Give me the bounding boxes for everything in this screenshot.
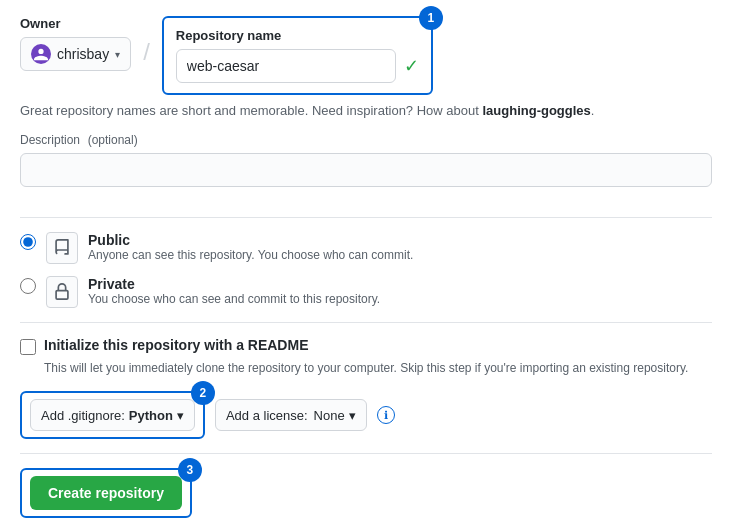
hint-suggestion: laughing-goggles bbox=[482, 103, 590, 118]
readme-checkbox[interactable] bbox=[20, 339, 36, 355]
repo-name-input-wrapper: ✓ bbox=[176, 49, 419, 83]
create-section: Create repository 3 bbox=[20, 468, 712, 518]
readme-desc: This will let you immediately clone the … bbox=[44, 359, 712, 377]
hint-text: Great repository names are short and mem… bbox=[20, 103, 712, 118]
owner-section: Owner chrisbay ▾ bbox=[20, 16, 131, 71]
gitignore-arrow-icon: ▾ bbox=[177, 408, 184, 423]
public-desc: Anyone can see this repository. You choo… bbox=[88, 248, 413, 262]
private-title: Private bbox=[88, 276, 380, 292]
description-optional: (optional) bbox=[88, 133, 138, 147]
create-btn-box: Create repository 3 bbox=[20, 468, 192, 518]
create-repository-button[interactable]: Create repository bbox=[30, 476, 182, 510]
page-container: Owner chrisbay ▾ / Repository name ✓ 1 bbox=[0, 0, 732, 530]
divider-1 bbox=[20, 217, 712, 218]
repo-name-input[interactable] bbox=[176, 49, 396, 83]
top-row: Owner chrisbay ▾ / Repository name ✓ 1 bbox=[20, 16, 712, 95]
repo-name-label: Repository name bbox=[176, 28, 419, 43]
hint-text-after: . bbox=[591, 103, 595, 118]
divider-3 bbox=[20, 453, 712, 454]
public-content: Public Anyone can see this repository. Y… bbox=[88, 232, 413, 262]
repo-name-section: Repository name ✓ 1 bbox=[162, 16, 433, 95]
private-radio[interactable] bbox=[20, 278, 36, 294]
public-radio[interactable] bbox=[20, 234, 36, 250]
license-select[interactable]: Add a license: None ▾ bbox=[215, 399, 367, 431]
hint-text-before: Great repository names are short and mem… bbox=[20, 103, 482, 118]
bottom-row: Add .gitignore: Python ▾ 2 Add a license… bbox=[20, 391, 712, 439]
repo-name-badge: 1 bbox=[419, 6, 443, 30]
description-input[interactable] bbox=[20, 153, 712, 187]
gitignore-box: Add .gitignore: Python ▾ 2 bbox=[20, 391, 205, 439]
private-desc: You choose who can see and commit to thi… bbox=[88, 292, 380, 306]
private-content: Private You choose who can see and commi… bbox=[88, 276, 380, 306]
license-label: Add a license: bbox=[226, 408, 308, 423]
description-label-text: Description bbox=[20, 133, 80, 147]
public-icon bbox=[46, 232, 78, 264]
license-arrow-icon: ▾ bbox=[349, 408, 356, 423]
private-option: Private You choose who can see and commi… bbox=[20, 276, 712, 308]
owner-avatar bbox=[31, 44, 51, 64]
slash-separator: / bbox=[139, 38, 154, 66]
gitignore-value: Python bbox=[129, 408, 173, 423]
gitignore-badge: 2 bbox=[191, 381, 215, 405]
owner-dropdown[interactable]: chrisbay ▾ bbox=[20, 37, 131, 71]
divider-2 bbox=[20, 322, 712, 323]
gitignore-select[interactable]: Add .gitignore: Python ▾ bbox=[30, 399, 195, 431]
public-title: Public bbox=[88, 232, 413, 248]
public-option: Public Anyone can see this repository. Y… bbox=[20, 232, 712, 264]
gitignore-label: Add .gitignore: bbox=[41, 408, 125, 423]
dropdown-arrow-icon: ▾ bbox=[115, 49, 120, 60]
owner-name: chrisbay bbox=[57, 46, 109, 62]
readme-label: Initialize this repository with a README bbox=[44, 337, 308, 353]
repo-name-box: Repository name ✓ 1 bbox=[162, 16, 433, 95]
check-icon: ✓ bbox=[404, 55, 419, 77]
license-value: None bbox=[314, 408, 345, 423]
create-btn-badge: 3 bbox=[178, 458, 202, 482]
owner-label: Owner bbox=[20, 16, 131, 31]
info-icon[interactable]: ℹ bbox=[377, 406, 395, 424]
description-label: Description (optional) bbox=[20, 132, 712, 147]
private-icon bbox=[46, 276, 78, 308]
visibility-group: Public Anyone can see this repository. Y… bbox=[20, 232, 712, 308]
readme-option: Initialize this repository with a README bbox=[20, 337, 712, 355]
readme-section: Initialize this repository with a README… bbox=[20, 337, 712, 377]
